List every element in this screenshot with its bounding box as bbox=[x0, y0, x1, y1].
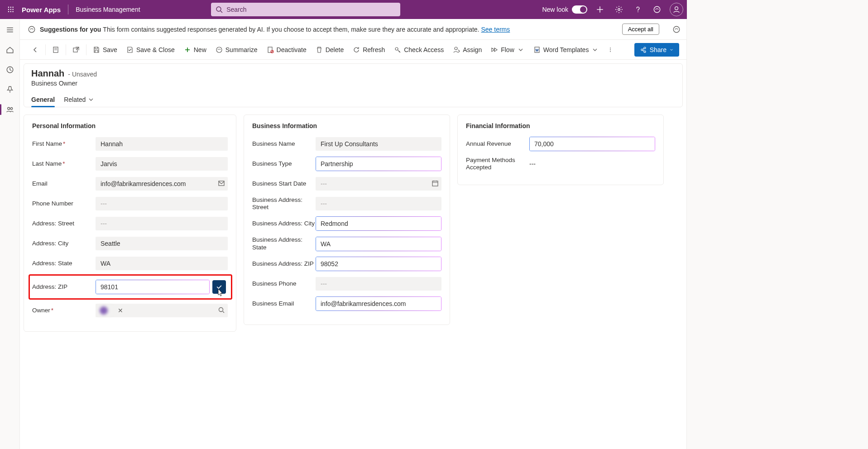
svg-point-38 bbox=[610, 48, 611, 48]
phone-field[interactable]: --- bbox=[96, 197, 228, 210]
left-nav-rail bbox=[0, 19, 20, 449]
brand-label: Power Apps bbox=[22, 6, 61, 14]
tab-general[interactable]: General bbox=[31, 92, 55, 107]
tab-related[interactable]: Related bbox=[64, 92, 95, 107]
app-bar: Power Apps Business Management New look bbox=[0, 0, 687, 19]
business-address-state-field[interactable]: WA bbox=[316, 237, 441, 251]
cursor-icon bbox=[218, 288, 224, 296]
back-button[interactable] bbox=[27, 40, 43, 60]
section-business: Business Information Business Name First… bbox=[244, 115, 450, 325]
svg-rect-6 bbox=[8, 11, 9, 12]
help-icon[interactable] bbox=[632, 3, 644, 16]
payment-methods-field[interactable]: --- bbox=[529, 160, 536, 167]
form-selector-icon[interactable] bbox=[48, 40, 64, 60]
deactivate-button[interactable]: Deactivate bbox=[262, 40, 311, 60]
business-type-field[interactable]: Partnership bbox=[316, 157, 441, 171]
svg-point-45 bbox=[219, 308, 223, 312]
annual-revenue-field[interactable]: 70,000 bbox=[530, 137, 655, 151]
nav-recent-icon[interactable] bbox=[3, 62, 17, 77]
svg-rect-7 bbox=[10, 11, 11, 12]
workload-label: Business Management bbox=[76, 6, 140, 13]
business-email-field[interactable]: info@fabrikamresidences.com bbox=[316, 297, 441, 310]
svg-rect-3 bbox=[8, 9, 9, 10]
new-look-toggle[interactable]: New look bbox=[542, 5, 587, 14]
suggestions-body: This form contains suggested responses g… bbox=[103, 26, 479, 33]
search-input[interactable] bbox=[226, 6, 396, 13]
svg-point-23 bbox=[29, 26, 35, 33]
word-templates-button[interactable]: Word Templates bbox=[529, 40, 604, 60]
last-name-field[interactable]: Jarvis bbox=[96, 157, 228, 171]
record-header: Hannah - Unsaved Business Owner General … bbox=[24, 63, 683, 107]
clear-owner-icon[interactable]: ✕ bbox=[116, 307, 125, 314]
share-button[interactable]: Share bbox=[634, 43, 679, 57]
address-state-field[interactable]: WA bbox=[96, 257, 228, 270]
copilot-icon bbox=[27, 25, 36, 34]
svg-point-15 bbox=[654, 6, 660, 13]
svg-point-22 bbox=[10, 108, 13, 110]
business-address-zip-field[interactable]: 98052 bbox=[316, 257, 441, 271]
nav-pinned-icon[interactable] bbox=[3, 82, 17, 97]
address-city-field[interactable]: Seattle bbox=[96, 237, 228, 250]
open-new-window-icon[interactable] bbox=[68, 40, 84, 60]
app-launcher-icon[interactable] bbox=[4, 2, 18, 17]
first-name-field[interactable]: Hannah bbox=[96, 137, 228, 151]
see-terms-link[interactable]: See terms bbox=[481, 26, 510, 33]
unsaved-indicator: - Unsaved bbox=[68, 71, 97, 78]
nav-people-icon[interactable] bbox=[3, 102, 17, 117]
svg-line-46 bbox=[223, 311, 224, 313]
svg-rect-8 bbox=[13, 11, 14, 12]
address-street-field[interactable]: --- bbox=[96, 217, 228, 230]
delete-button[interactable]: Delete bbox=[311, 40, 348, 60]
save-close-button[interactable]: Save & Close bbox=[122, 40, 179, 60]
form-tabs: General Related bbox=[31, 92, 675, 107]
svg-point-21 bbox=[7, 107, 10, 110]
business-phone-field[interactable]: --- bbox=[316, 277, 441, 291]
svg-point-14 bbox=[638, 11, 638, 12]
global-search[interactable] bbox=[211, 3, 400, 16]
nav-hamburger-icon[interactable] bbox=[3, 23, 17, 37]
copilot-pane-toggle-icon[interactable] bbox=[667, 19, 686, 40]
svg-point-36 bbox=[455, 47, 457, 50]
svg-rect-1 bbox=[10, 7, 11, 8]
accept-all-button[interactable]: Accept all bbox=[622, 24, 659, 35]
svg-rect-32 bbox=[268, 47, 272, 53]
record-title: Hannah bbox=[31, 68, 64, 79]
copilot-header-icon[interactable] bbox=[651, 3, 663, 16]
lookup-search-icon[interactable] bbox=[218, 306, 225, 315]
save-button[interactable]: Save bbox=[88, 40, 122, 60]
section-personal: Personal Information First Name* Hannah … bbox=[24, 115, 236, 332]
refresh-button[interactable]: Refresh bbox=[348, 40, 389, 60]
address-zip-field[interactable]: 98101 bbox=[96, 280, 209, 294]
new-button[interactable]: New bbox=[179, 40, 211, 60]
section-personal-title: Personal Information bbox=[32, 122, 228, 129]
suggestions-lead: Suggestions for you bbox=[40, 26, 101, 33]
business-name-field[interactable]: First Up Consultants bbox=[316, 137, 441, 151]
section-financial-title: Financial Information bbox=[466, 122, 655, 129]
nav-home-icon[interactable] bbox=[3, 43, 17, 57]
business-start-date-field[interactable]: --- bbox=[316, 177, 441, 191]
svg-point-16 bbox=[675, 7, 678, 10]
toggle-switch[interactable] bbox=[572, 5, 587, 14]
svg-point-42 bbox=[641, 49, 643, 51]
accept-suggestion-button[interactable] bbox=[212, 280, 226, 294]
business-address-street-field[interactable]: --- bbox=[316, 197, 441, 210]
email-field[interactable]: info@fabrikamresidences.com bbox=[96, 177, 228, 191]
add-icon[interactable] bbox=[594, 3, 606, 16]
svg-point-35 bbox=[395, 48, 398, 50]
check-access-button[interactable]: Check Access bbox=[389, 40, 448, 60]
flow-button[interactable]: Flow bbox=[486, 40, 529, 60]
svg-point-31 bbox=[216, 47, 222, 53]
owner-lookup[interactable]: ✕ bbox=[96, 304, 228, 317]
business-address-city-field[interactable]: Redmond bbox=[316, 217, 441, 230]
ai-suggestions-bar: Suggestions for you This form contains s… bbox=[20, 19, 667, 40]
svg-rect-44 bbox=[219, 181, 224, 186]
owner-chip[interactable] bbox=[98, 305, 112, 316]
overflow-menu-icon[interactable] bbox=[603, 40, 618, 60]
email-icon bbox=[218, 180, 225, 188]
assign-button[interactable]: Assign bbox=[448, 40, 486, 60]
user-avatar[interactable] bbox=[670, 3, 683, 16]
svg-rect-4 bbox=[10, 9, 11, 10]
calendar-icon[interactable] bbox=[432, 180, 439, 188]
settings-icon[interactable] bbox=[613, 3, 625, 16]
summarize-button[interactable]: Summarize bbox=[211, 40, 262, 60]
